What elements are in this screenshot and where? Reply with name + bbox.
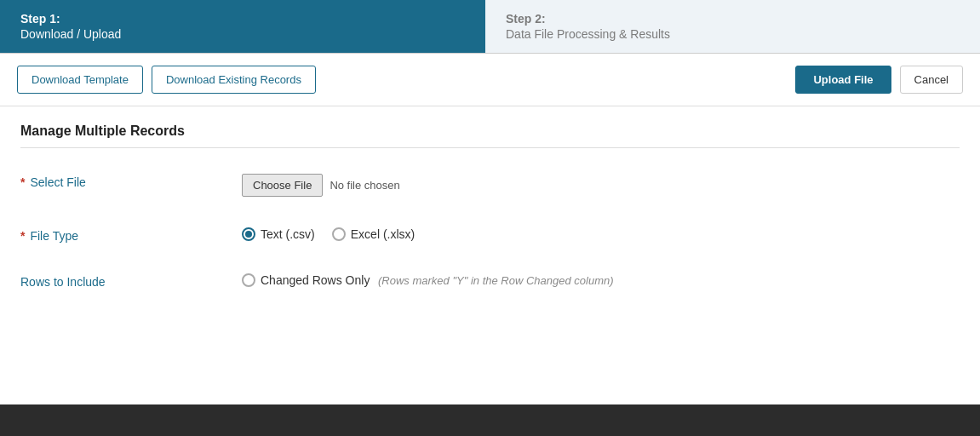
file-type-label-col: * File Type (20, 227, 242, 243)
upload-file-button[interactable]: Upload File (795, 66, 891, 94)
radio-label-csv: Text (.csv) (261, 227, 315, 241)
radio-option-csv[interactable]: Text (.csv) (242, 227, 315, 241)
changed-rows-description: (Rows marked "Y" in the Row Changed colu… (375, 274, 613, 287)
page-wrapper: Step 1: Download / Upload Step 2: Data F… (0, 0, 980, 404)
step-1-sublabel: Download / Upload (20, 27, 465, 41)
radio-label-xlsx: Excel (.xlsx) (351, 227, 415, 241)
file-input-wrapper: Choose File No file chosen (242, 174, 400, 197)
select-file-control: Choose File No file chosen (242, 174, 960, 197)
select-file-label-col: * Select File (20, 174, 242, 189)
select-file-required: * (20, 175, 25, 189)
file-type-radio-group: Text (.csv) Excel (.xlsx) (242, 227, 415, 241)
toolbar-left: Download Template Download Existing Reco… (17, 66, 795, 94)
content-area: Manage Multiple Records * Select File Ch… (0, 106, 980, 404)
steps-header: Step 1: Download / Upload Step 2: Data F… (0, 0, 980, 54)
select-file-row: * Select File Choose File No file chosen (20, 169, 960, 202)
step-2-sublabel: Data File Processing & Results (506, 27, 960, 41)
radio-circle-csv (242, 227, 255, 241)
radio-circle-xlsx (332, 227, 346, 241)
rows-label-col: Rows to Include (20, 273, 242, 289)
file-type-label: File Type (30, 229, 78, 243)
step-1-label: Step 1: (20, 12, 465, 26)
step-1: Step 1: Download / Upload (0, 0, 485, 53)
rows-control: Changed Rows Only (Rows marked "Y" in th… (242, 273, 960, 287)
download-template-button[interactable]: Download Template (17, 66, 143, 94)
section-title: Manage Multiple Records (20, 123, 960, 148)
toolbar-right: Upload File Cancel (795, 66, 963, 94)
step-2: Step 2: Data File Processing & Results (485, 0, 980, 53)
rows-to-include-label: Rows to Include (20, 275, 106, 289)
radio-circle-changed (242, 273, 255, 287)
download-existing-button[interactable]: Download Existing Records (152, 66, 316, 94)
step-2-label: Step 2: (506, 12, 960, 26)
no-file-text: No file chosen (330, 179, 399, 192)
changed-rows-label: Changed Rows Only (261, 273, 370, 287)
file-type-control: Text (.csv) Excel (.xlsx) (242, 227, 960, 241)
radio-option-xlsx[interactable]: Excel (.xlsx) (332, 227, 415, 241)
rows-to-include-row: Rows to Include Changed Rows Only (Rows … (20, 268, 960, 294)
file-type-required: * (20, 229, 25, 243)
file-type-row: * File Type Text (.csv) Excel (.xlsx) (20, 222, 960, 248)
toolbar: Download Template Download Existing Reco… (0, 54, 980, 106)
select-file-label: Select File (30, 175, 85, 189)
cancel-button[interactable]: Cancel (900, 66, 963, 94)
choose-file-button[interactable]: Choose File (242, 174, 323, 197)
radio-option-changed-rows[interactable]: Changed Rows Only (Rows marked "Y" in th… (242, 273, 614, 287)
